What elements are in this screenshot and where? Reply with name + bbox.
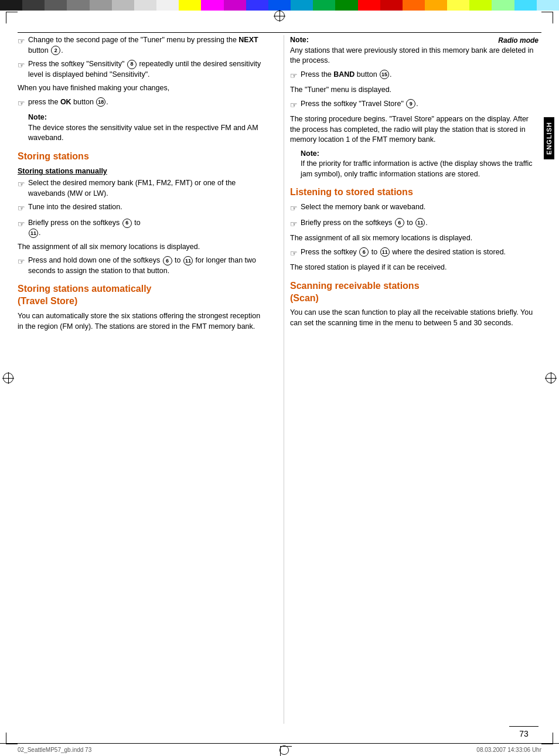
circled-6c: 6 [395,218,404,227]
section-listening: Listening to stored stations [290,186,538,199]
bullet-change-page-text: Change to the second page of the "Tuner"… [28,35,266,56]
bullet-arrow-icon: ☞ [290,203,301,214]
bullet-arrow-icon: ☞ [18,203,28,214]
bullet-sensitivity-text: Press the softkey "Sensitivity" 8 repeat… [28,59,266,80]
para-changes: When you have finished making your chang… [18,83,266,94]
bullet-arrow-icon: ☞ [18,219,28,230]
circled-11b: 11 [183,256,193,265]
crop-mark-tl [6,12,18,23]
bullet-arrow-icon: ☞ [18,179,28,190]
bullet-band-text: Press the BAND button 15. [301,70,538,80]
circled-11d: 11 [380,247,390,257]
bullet-travel-store-text: Press the softkey "Travel Store" 9. [301,99,538,110]
note-top-text: Any stations that were previously stored… [290,46,538,66]
crop-mark-br [541,733,553,744]
bullet-briefly-press: ☞ Briefly press on the softkeys 6 to 11. [18,218,266,239]
bullet-tune: ☞ Tune into the desired station. [18,202,266,214]
para-storing-procedure: The storing procedure begins. "Travel St… [290,114,538,145]
bullet-arrow-icon: ☞ [18,60,28,71]
para-scanning: You can use the scan function to play al… [290,308,538,328]
circled-8: 8 [127,60,137,69]
bullet-sensitivity: ☞ Press the softkey "Sensitivity" 8 repe… [18,59,266,80]
crop-mark-tr [541,12,553,23]
para-assignment: The assignment of all six memory locatio… [18,242,266,253]
bullet-select-bank-r-text: Select the memory bank or waveband. [301,202,538,213]
section-scanning: Scanning receivable stations(Scan) [290,280,538,305]
sidebar-english-label: ENGLISH [544,117,554,159]
note-top-label: Note: [290,35,538,46]
note-sensitivity-label: Note: [28,113,266,123]
section-storing-stations: Storing stations [18,151,266,163]
bullet-press-stored: ☞ Press the softkey 6 to 11 where the de… [290,247,538,260]
bullet-ok-text: press the OK button 18. [28,97,266,108]
note-traffic: Note: If the priority for traffic inform… [301,149,538,180]
bullet-arrow-icon: ☞ [290,70,301,82]
para-auto-store: You can automatically store the six stat… [18,311,266,332]
bullet-select-bank-r: ☞ Select the memory bank or waveband. [290,202,538,214]
bullet-briefly-press-r: ☞ Briefly press on the softkeys 6 to 11. [290,218,538,230]
right-column: Note: Any stations that were previously … [284,35,538,724]
color-bar [0,0,559,11]
note-sensitivity-text: The device stores the sensitivity value … [28,123,266,144]
bullet-select-bank-text: Select the desired memory bank (FM1, FM2… [28,178,266,199]
para-tuner-displayed: The "Tuner" menu is displayed. [290,85,538,96]
circled-6a: 6 [122,219,132,228]
bullet-arrow-icon: ☞ [290,219,301,230]
footer-left: 02_SeattleMP57_gb.indd 73 [18,747,91,753]
circled-2: 2 [51,46,60,55]
footer-right: 08.03.2007 14:33:06 Uhr [476,747,541,753]
target-mark-left [3,373,13,383]
footer: 02_SeattleMP57_gb.indd 73 08.03.2007 14:… [0,743,559,756]
circled-15: 15 [380,70,389,79]
bullet-ok: ☞ press the OK button 18. [18,97,266,110]
footer-center-target [280,745,289,755]
sub-heading-manually: Storing stations manually [18,167,266,175]
top-border-line [18,32,541,33]
note-traffic-text: If the priority for traffic information … [301,159,538,179]
circled-11c: 11 [415,218,425,227]
bullet-briefly-press-r-text: Briefly press on the softkeys 6 to 11. [301,218,538,229]
circled-9: 9 [406,99,415,108]
left-column: ☞ Change to the second page of the "Tune… [18,35,272,724]
main-content: ☞ Change to the second page of the "Tune… [18,35,538,724]
bullet-press-hold: ☞ Press and hold down one of the softkey… [18,256,266,276]
bullet-band: ☞ Press the BAND button 15. [290,70,538,82]
bullet-arrow-icon: ☞ [18,98,28,110]
bullet-press-stored-text: Press the softkey 6 to 11 where the desi… [301,247,538,258]
para-assignment-r: The assignment of all six memory locatio… [290,233,538,244]
bullet-arrow-icon: ☞ [290,100,301,111]
bullet-tune-text: Tune into the desired station. [28,202,266,213]
section-storing-auto: Storing stations automatically(Travel St… [18,283,266,308]
bullet-arrow-icon: ☞ [18,36,28,47]
note-top: Note: Any stations that were previously … [290,35,538,66]
crop-mark-bl [6,733,18,744]
circled-6d: 6 [359,247,369,257]
bullet-travel-store: ☞ Press the softkey "Travel Store" 9. [290,99,538,111]
circled-11a: 11 [29,229,38,238]
bullet-arrow-icon: ☞ [290,248,301,260]
note-traffic-label: Note: [301,149,538,159]
circled-18: 18 [96,97,105,107]
note-sensitivity: Note: The device stores the sensitivity … [28,113,266,144]
bullet-arrow-icon: ☞ [18,256,28,268]
page-number: 73 [509,726,538,738]
target-mark-top [274,11,285,21]
bullet-select-bank: ☞ Select the desired memory bank (FM1, F… [18,178,266,199]
bullet-press-hold-text: Press and hold down one of the softkeys … [28,256,266,276]
bullet-briefly-press-text: Briefly press on the softkeys 6 to 11. [28,218,266,239]
para-stored-played: The stored station is played if it can b… [290,263,538,273]
target-mark-right [546,373,556,383]
circled-6b: 6 [163,256,172,265]
bullet-change-page: ☞ Change to the second page of the "Tune… [18,35,266,56]
